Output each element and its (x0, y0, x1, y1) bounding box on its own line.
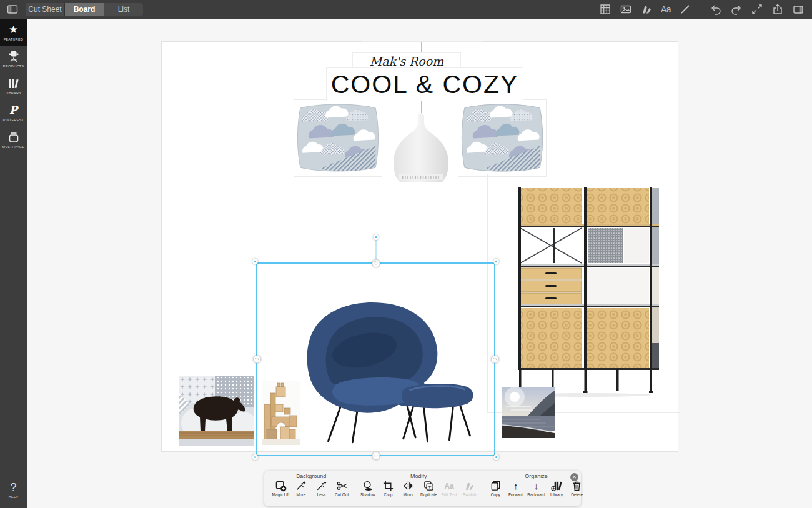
magic-lift-button[interactable]: Magic Lift (270, 480, 291, 497)
copy-button[interactable]: Copy (485, 480, 506, 497)
swatch-icon (463, 480, 475, 492)
sidebar-item-help[interactable]: ? HELP (0, 476, 27, 503)
undo-icon (710, 3, 722, 16)
storage-shelf-image[interactable] (513, 182, 660, 397)
grid-button[interactable] (599, 3, 611, 16)
board-text-headline[interactable]: COOL & COZY (326, 67, 523, 101)
group-title: Background (270, 473, 352, 479)
image-icon (620, 3, 632, 16)
sidebar-item-featured[interactable]: ★ FEATURED (0, 19, 27, 46)
sidebar-item-label: PINTEREST (3, 118, 24, 122)
pendant-lamp-image[interactable] (389, 112, 453, 186)
group-title: Modify (357, 473, 480, 479)
sidebar-toggle-button[interactable] (6, 3, 20, 16)
swatch-button[interactable] (640, 3, 653, 16)
split-view-icon (792, 3, 805, 16)
forward-button[interactable]: ↑ Forward (506, 480, 527, 497)
background-less-button[interactable]: Less (311, 480, 332, 497)
redo-icon (730, 3, 743, 16)
left-sidebar: ★ FEATURED PRODUCTS LIBRARY P PINTEREST … (0, 19, 27, 508)
add-image-button[interactable] (620, 3, 632, 16)
multipage-icon (7, 131, 20, 144)
draw-button[interactable] (679, 3, 691, 16)
resize-handle-middle-right[interactable] (491, 356, 499, 364)
mirror-icon (402, 480, 414, 492)
resize-handle-top-center[interactable] (372, 259, 380, 267)
topbar-tools: Aa (599, 3, 812, 16)
sidebar-item-label: MULTI-PAGE (2, 145, 25, 149)
question-icon: ? (10, 481, 16, 494)
pinterest-icon: P (9, 104, 17, 117)
sidebar-item-label: LIBRARY (6, 91, 22, 95)
edit-text-icon: Aa (443, 480, 455, 492)
share-button[interactable] (771, 3, 784, 16)
tab-board[interactable]: Board (65, 3, 104, 16)
edit-text-button[interactable]: Aa Edit Text (439, 480, 460, 497)
resize-handle-top-left[interactable] (252, 259, 258, 264)
chair-icon (7, 51, 20, 63)
background-more-button[interactable]: More (291, 480, 312, 497)
resize-handle-top-right[interactable] (493, 259, 499, 264)
sidebar-item-pinterest[interactable]: P PINTEREST (0, 99, 27, 126)
scissors-icon (336, 480, 348, 492)
bear-figurine-image[interactable] (179, 376, 254, 446)
swatch-tool-button[interactable]: Swatch (459, 480, 480, 497)
resize-handle-middle-left[interactable] (253, 356, 261, 364)
duplicate-button[interactable]: Duplicate (418, 480, 439, 497)
crop-button[interactable]: Crop (378, 480, 399, 497)
resize-handle-bottom-left[interactable] (252, 454, 258, 460)
resize-handle-bottom-center[interactable] (372, 452, 380, 460)
wand-plus-icon (295, 480, 307, 492)
rotation-handle[interactable] (373, 234, 379, 240)
view-mode-segmented-control: Cut Sheet Board List (26, 3, 143, 16)
draw-icon (679, 3, 691, 16)
resize-handle-bottom-right[interactable] (493, 454, 499, 460)
mirror-button[interactable]: Mirror (399, 480, 419, 497)
trash-icon (571, 480, 583, 492)
swatch-icon (640, 3, 653, 16)
save-to-library-button[interactable]: Library (547, 480, 567, 497)
sidebar-item-library[interactable]: LIBRARY (0, 72, 27, 99)
sidebar-item-label: PRODUCTS (3, 64, 24, 68)
sidebar-toggle-icon (6, 3, 19, 16)
star-icon: ★ (9, 24, 18, 36)
duplicate-icon (423, 480, 435, 492)
cloud-pillow-right-image[interactable] (460, 101, 545, 175)
books-icon (7, 77, 20, 90)
arrow-down-icon: ↓ (530, 480, 542, 492)
toolbar-group-modify: Modify Shadow Crop Mirror Duplicate (357, 473, 480, 497)
close-toolbar-button[interactable]: ✕ (570, 473, 578, 481)
library-add-icon (551, 480, 563, 492)
tab-cut-sheet[interactable]: Cut Sheet (26, 3, 64, 16)
sidebar-item-label: HELP (9, 495, 19, 499)
context-toolbar: Background Magic Lift More Less Cut Out (264, 471, 581, 506)
fullscreen-button[interactable] (751, 3, 763, 16)
app-window: Cut Sheet Board List Aa ★ FEATURED PRO (0, 0, 812, 508)
copy-icon (490, 480, 502, 492)
sidebar-item-multi-page[interactable]: MULTI-PAGE (0, 126, 27, 153)
seascape-photo-image[interactable] (502, 387, 555, 438)
share-icon (771, 3, 784, 16)
shadow-icon (362, 480, 374, 492)
magic-lift-icon (275, 480, 287, 492)
cloud-pillow-left-image[interactable] (295, 101, 380, 175)
add-text-button[interactable]: Aa (661, 4, 671, 14)
top-toolbar: Cut Sheet Board List Aa (0, 0, 812, 19)
shadow-button[interactable]: Shadow (357, 480, 378, 497)
toolbar-group-background: Background Magic Lift More Less Cut Out (270, 473, 352, 497)
wand-minus-icon (315, 480, 327, 492)
split-view-button[interactable] (792, 3, 805, 16)
board-text-room-label[interactable]: Mak's Room (352, 52, 461, 69)
undo-button[interactable] (710, 3, 722, 16)
grid-icon (599, 3, 611, 16)
arrow-up-icon: ↑ (510, 480, 522, 492)
backward-button[interactable]: ↓ Backward (526, 480, 547, 497)
selection-box[interactable] (256, 262, 495, 456)
tab-list[interactable]: List (104, 3, 143, 16)
cut-out-button[interactable]: Cut Out (332, 480, 352, 497)
redo-button[interactable] (730, 3, 743, 16)
crop-icon (382, 480, 394, 492)
fullscreen-icon (751, 3, 763, 16)
sidebar-item-products[interactable]: PRODUCTS (0, 46, 27, 72)
delete-button[interactable]: Delete (567, 480, 587, 497)
